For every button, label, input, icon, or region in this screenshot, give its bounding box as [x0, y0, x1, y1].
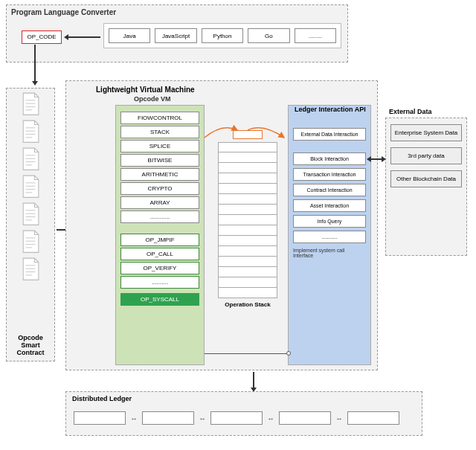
ext-item: 3rd party data [390, 147, 462, 164]
document-icon [21, 147, 40, 171]
ledger-api-items: External Data Interaction Block Interact… [293, 128, 366, 243]
api-item: ........... [293, 231, 366, 243]
syscall-connector-dot [286, 351, 291, 356]
external-data-panel: External Data Enterprise System Data 3rd… [385, 118, 467, 256]
arrow-vm-to-ledger [253, 372, 254, 388]
stack-row [218, 194, 277, 205]
ext-item: Enterprise System Data [390, 124, 462, 141]
stack-row [218, 257, 277, 267]
chain-link-icon: ↔ [130, 414, 138, 422]
lang-item: JavaScript [155, 28, 196, 43]
cat-item: CRYPTO [120, 182, 199, 195]
stack-row [218, 215, 277, 225]
stack-row [218, 236, 277, 246]
chain-link-icon: ↔ [199, 414, 206, 422]
chain-link-icon: ↔ [267, 414, 274, 422]
language-row: Java JavaScript Python Go ........ [103, 23, 341, 48]
opcode-box: OP_CODE [22, 30, 62, 44]
lightweight-vm-panel: Lightweight Virtual Machine Opcode VM FI… [65, 80, 378, 370]
stack-row [218, 288, 277, 298]
document-icon [21, 230, 40, 254]
cat-item: BITWISE [120, 154, 199, 167]
stack-row [218, 267, 277, 277]
opcode-ops: OP_JMPIF OP_CALL OP_VERIFY .......... [120, 234, 199, 289]
stack-row [218, 277, 277, 288]
stack-row [218, 205, 277, 215]
api-item: Asset Interaction [293, 199, 366, 212]
op-item: OP_CALL [120, 248, 199, 260]
ledger-api-panel: Ledger Interaction API External Data Int… [288, 105, 371, 365]
api-item: Transaction Interaction [293, 168, 366, 181]
stack-row [218, 142, 277, 152]
arrow-ledger-to-external [370, 158, 382, 160]
op-item: .......... [120, 276, 199, 289]
api-item: Info Query [293, 215, 366, 228]
block [74, 411, 126, 425]
stack-rows [218, 142, 277, 298]
cat-item: ............ [120, 210, 199, 223]
op-item: OP_JMPIF [120, 234, 199, 246]
document-icons [7, 92, 54, 281]
opcode-categories: FIOWCONTROL STACK SPLICE BITWISE ARITHME… [120, 112, 199, 223]
api-item: Contract Interaction [293, 184, 366, 196]
op-syscall: OP_SYSCALL [120, 293, 199, 306]
cat-item: ARITHMETIC [120, 168, 199, 181]
osc-caption: Opcode Smart Contract [10, 334, 51, 356]
lang-item: Java [109, 28, 150, 43]
stack-row [218, 152, 277, 163]
arrow-langs-to-opcode [68, 36, 100, 38]
external-title: External Data [389, 108, 432, 115]
arrow-opcode-to-contract [34, 45, 36, 82]
stack-row [218, 163, 277, 173]
stack-row [218, 246, 277, 257]
distributed-ledger-panel: Distributed Ledger ↔ ↔ ↔ ↔ [65, 391, 422, 436]
syscall-note: Implement system call Interface [289, 248, 370, 258]
block-chain: ↔ ↔ ↔ ↔ [74, 411, 414, 425]
ledger-api-title: Ledger Interaction API [292, 103, 373, 116]
external-data-interaction: External Data Interaction [293, 128, 366, 141]
document-icon [21, 202, 40, 226]
block [347, 411, 399, 425]
chain-link-icon: ↔ [335, 414, 343, 422]
operation-stack: Operation Stack [218, 130, 277, 361]
converter-title: Program Language Converter [11, 8, 116, 16]
block [142, 411, 194, 425]
document-icon [21, 120, 40, 144]
document-icon [21, 257, 40, 281]
op-item: OP_VERIFY [120, 262, 199, 274]
opcode-smart-contract-panel: Opcode Smart Contract [6, 88, 55, 361]
api-item: Block Interaction [293, 152, 366, 165]
opstack-caption: Operation Stack [218, 301, 277, 308]
syscall-line [205, 353, 288, 354]
lang-item: ........ [295, 28, 336, 43]
cat-item: SPLICE [120, 140, 199, 152]
program-language-converter-panel: Program Language Converter OP_CODE Java … [6, 4, 348, 62]
cat-item: FIOWCONTROL [120, 112, 199, 124]
dl-title: Distributed Ledger [72, 395, 132, 402]
document-icon [21, 92, 40, 116]
lang-item: Go [248, 28, 289, 43]
document-icon [21, 175, 40, 199]
ext-item: Other Blockchain Data [390, 170, 462, 187]
stack-row [218, 184, 277, 194]
block [279, 411, 331, 425]
stack-row [218, 225, 277, 236]
block [210, 411, 263, 425]
opcode-vm-panel: Opcode VM FIOWCONTROL STACK SPLICE BITWI… [115, 105, 205, 365]
lang-item: Python [202, 28, 243, 43]
opvm-title: Opcode VM [134, 95, 171, 103]
stack-row [218, 173, 277, 184]
cat-item: ARRAY [120, 196, 199, 209]
cat-item: STACK [120, 126, 199, 138]
vm-title: Lightweight Virtual Machine [96, 86, 195, 94]
